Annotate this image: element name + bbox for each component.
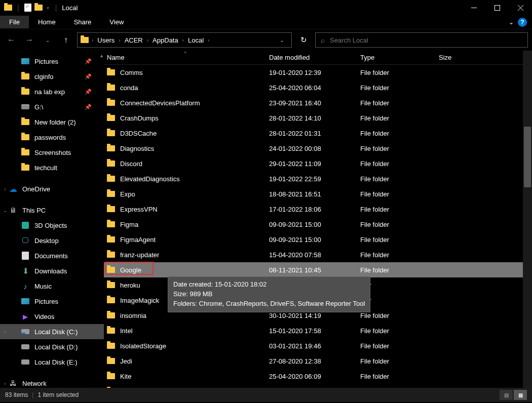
back-button[interactable]: ← xyxy=(4,33,18,47)
file-row[interactable]: MathWorks26-08-2020 08:07File folder xyxy=(104,384,532,388)
thispc-icon: 🖥 xyxy=(9,206,17,214)
file-row[interactable]: Comms19-01-2020 12:39File folder xyxy=(104,65,532,80)
scrollbar-thumb[interactable] xyxy=(524,127,531,187)
file-row[interactable]: franz-updater15-04-2020 07:58File folder xyxy=(104,247,532,262)
crumb-users[interactable]: Users xyxy=(95,36,117,44)
file-row[interactable]: CrashDumps28-01-2022 14:10File folder xyxy=(104,110,532,126)
file-row[interactable]: Kite25-04-2020 06:09File folder xyxy=(104,369,532,384)
file-row[interactable]: Jedi27-08-2020 12:38File folder xyxy=(104,353,532,369)
file-row[interactable]: D3DSCache28-01-2022 01:31File folder xyxy=(104,126,532,141)
sidebar-item[interactable]: ›Local Disk (C:) xyxy=(0,324,104,339)
view-tab[interactable]: View xyxy=(100,16,133,28)
sidebar-item[interactable]: Pictures📌 xyxy=(0,54,104,69)
file-row[interactable]: Figma09-09-2021 15:00File folder xyxy=(104,217,532,232)
chevron-right-icon[interactable]: › xyxy=(182,37,184,43)
file-type: lder xyxy=(360,297,439,304)
sidebar-item-label: 3D Objects xyxy=(34,222,67,229)
address-bar[interactable]: › Users › ACER › AppData › Local › ⌄ xyxy=(77,32,292,48)
sidebar-item[interactable]: Local Disk (E:) xyxy=(0,354,104,370)
sidebar-item-label: Downloads xyxy=(34,267,67,275)
search-box[interactable]: ⌕ xyxy=(315,32,528,48)
properties-icon[interactable] xyxy=(24,4,31,12)
file-row[interactable]: ExpressVPN17-01-2022 18:06File folder xyxy=(104,202,532,217)
expand-icon[interactable]: › xyxy=(2,186,8,192)
sidebar-network[interactable]: › 🖧 Network xyxy=(0,376,104,388)
minimize-button[interactable] xyxy=(462,0,485,15)
sidebar-onedrive[interactable]: › ☁ OneDrive xyxy=(0,181,104,196)
quick-access-toolbar: | ▾ | xyxy=(4,4,59,12)
sidebar-item[interactable]: clginfo📌 xyxy=(0,69,104,84)
sidebar-item[interactable]: na lab exp📌 xyxy=(0,84,104,99)
scrollbar[interactable] xyxy=(523,51,532,388)
crumb-acer[interactable]: ACER xyxy=(123,36,145,44)
sidebar-item[interactable]: Local Disk (D:) xyxy=(0,339,104,354)
file-tab[interactable]: File xyxy=(0,16,29,28)
sidebar-item[interactable]: ▶Videos xyxy=(0,309,104,324)
forward-button[interactable]: → xyxy=(22,33,36,47)
folder-icon xyxy=(4,5,12,11)
sidebar-item[interactable]: passwords xyxy=(0,130,104,145)
file-row[interactable]: conda25-04-2020 06:04File folder xyxy=(104,80,532,95)
address-dropdown-icon[interactable]: ⌄ xyxy=(276,37,288,44)
search-icon: ⌕ xyxy=(321,36,325,44)
file-name: Diagnostics xyxy=(120,145,154,152)
chevron-right-icon[interactable]: › xyxy=(208,37,209,43)
share-tab[interactable]: Share xyxy=(65,16,101,28)
expand-icon[interactable]: › xyxy=(2,329,8,335)
file-row[interactable]: ConnectedDevicesPlatform23-09-2021 16:40… xyxy=(104,95,532,110)
file-type: File folder xyxy=(360,221,439,228)
column-type[interactable]: Type xyxy=(360,54,439,61)
sidebar-item[interactable]: Documents xyxy=(0,248,104,263)
chevron-right-icon[interactable]: › xyxy=(147,37,148,43)
recent-dropdown-icon[interactable]: ⌄ xyxy=(41,33,55,47)
chevron-right-icon[interactable]: › xyxy=(119,37,120,43)
folder-icon xyxy=(107,130,115,136)
file-row[interactable]: Expo18-08-2021 16:51File folder xyxy=(104,186,532,202)
column-size[interactable]: Size xyxy=(439,54,479,61)
refresh-button[interactable]: ↻ xyxy=(296,32,311,48)
file-row[interactable]: Google08-11-2021 10:45File folder xyxy=(104,262,532,277)
file-date: 17-01-2022 18:06 xyxy=(269,206,360,213)
close-button[interactable] xyxy=(509,0,532,15)
up-button[interactable]: ↑ xyxy=(59,33,73,47)
file-row[interactable]: Intel15-01-2020 17:58File folder xyxy=(104,323,532,338)
file-row[interactable]: IsolatedStorage03-01-2021 19:46File fold… xyxy=(104,338,532,353)
expand-icon[interactable]: › xyxy=(2,381,8,386)
view-details-button[interactable]: ▤ xyxy=(500,390,513,400)
file-row[interactable]: Diagnostics24-01-2022 00:08File folder xyxy=(104,141,532,156)
folder-icon xyxy=(107,252,115,258)
file-row[interactable]: FigmaAgent09-09-2021 15:00File folder xyxy=(104,232,532,247)
column-name[interactable]: Name ⌃ xyxy=(107,54,269,61)
sidebar-item[interactable]: 3D Objects xyxy=(0,218,104,233)
title-bar: | ▾ | Local xyxy=(0,0,532,15)
sidebar-item[interactable]: Pictures xyxy=(0,294,104,309)
sidebar-item[interactable]: 🖵Desktop xyxy=(0,233,104,248)
chevron-right-icon[interactable]: › xyxy=(92,37,93,43)
sidebar-item[interactable]: New folder (2) xyxy=(0,114,104,130)
crumb-appdata[interactable]: AppData xyxy=(150,36,180,44)
column-date[interactable]: Date modified xyxy=(269,54,360,61)
file-row[interactable]: ElevatedDiagnostics19-01-2022 22:59File … xyxy=(104,171,532,186)
file-type: File folder xyxy=(360,190,439,198)
sidebar-thispc[interactable]: ⌄ 🖥 This PC xyxy=(0,203,104,218)
file-row[interactable]: Discord29-01-2022 11:09File folder xyxy=(104,156,532,171)
maximize-button[interactable] xyxy=(485,0,509,15)
view-large-button[interactable]: ▦ xyxy=(514,390,527,400)
search-input[interactable] xyxy=(330,36,522,44)
collapse-icon[interactable]: ⌄ xyxy=(2,208,8,213)
onedrive-icon: ☁ xyxy=(9,185,17,193)
file-date: 19-01-2020 12:39 xyxy=(269,69,360,76)
folder-icon xyxy=(107,373,115,379)
sidebar-item[interactable]: Screenshots xyxy=(0,145,104,160)
sidebar-item[interactable]: techcult xyxy=(0,160,104,175)
home-tab[interactable]: Home xyxy=(29,16,65,28)
folder-icon xyxy=(21,165,29,171)
collapse-ribbon-icon[interactable]: ⌄ xyxy=(509,19,514,26)
sidebar-item[interactable]: ⬇Downloads xyxy=(0,263,104,278)
sidebar-item[interactable]: G:\📌 xyxy=(0,99,104,114)
qat-dropdown-icon[interactable]: ▾ xyxy=(47,5,49,11)
help-button[interactable]: ? xyxy=(518,18,527,27)
sidebar-item[interactable]: ♪Music xyxy=(0,278,104,294)
crumb-local[interactable]: Local xyxy=(186,36,206,44)
sidebar-item-label: clginfo xyxy=(34,73,54,80)
